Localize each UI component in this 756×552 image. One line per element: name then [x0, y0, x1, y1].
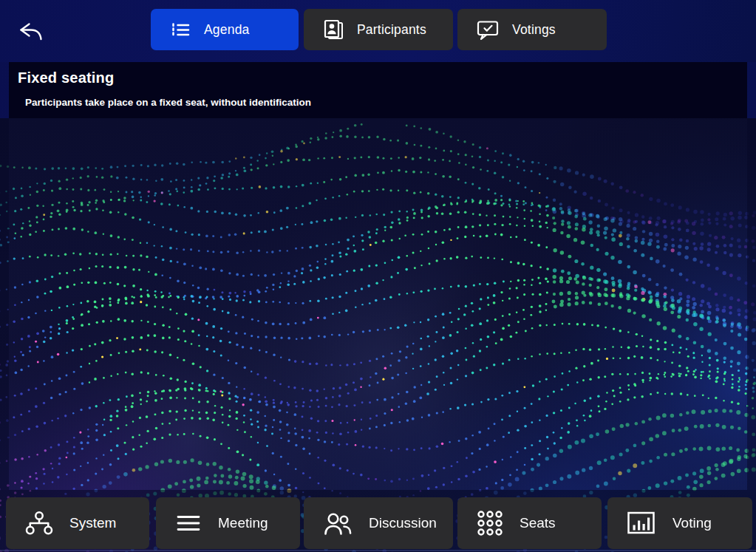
nav-discussion-label: Discussion: [369, 515, 437, 531]
tab-votings[interactable]: Votings: [457, 9, 607, 50]
nav-meeting-label: Meeting: [218, 515, 268, 531]
tab-votings-label: Votings: [512, 22, 556, 38]
voting-bar-chart-icon: [626, 510, 657, 536]
top-nav-bar: Agenda Participants Votin: [0, 0, 756, 62]
page-title: Fixed seating: [18, 69, 747, 86]
votings-bubble-check-icon: [475, 18, 500, 41]
agenda-list-icon: [168, 18, 192, 41]
tab-participants-label: Participants: [357, 22, 426, 38]
participants-badge-icon: [321, 18, 345, 41]
seats-grid-icon: [476, 509, 504, 537]
nav-voting-button[interactable]: Voting: [607, 497, 752, 549]
nav-meeting-button[interactable]: Meeting: [156, 497, 300, 549]
nav-system-label: System: [69, 515, 116, 531]
nav-voting-label: Voting: [672, 515, 712, 531]
page-subtitle: Participants take place on a fixed seat,…: [25, 97, 747, 108]
back-reply-arrow-icon: [17, 19, 44, 43]
tab-participants[interactable]: Participants: [304, 9, 453, 50]
tab-agenda[interactable]: Agenda: [151, 9, 299, 50]
nav-system-button[interactable]: System: [6, 497, 149, 549]
nav-seats-label: Seats: [520, 515, 556, 531]
system-hierarchy-icon: [24, 509, 54, 537]
meeting-lines-icon: [174, 511, 202, 536]
content-header-panel: Fixed seating Participants take place on…: [9, 62, 747, 118]
meeting-app-screen: Agenda Participants Votin: [0, 0, 756, 552]
wave-particles-background-image: [0, 118, 756, 552]
nav-discussion-button[interactable]: Discussion: [304, 497, 453, 549]
discussion-people-icon: [322, 509, 353, 537]
nav-seats-button[interactable]: Seats: [457, 497, 602, 549]
back-button[interactable]: [15, 16, 46, 47]
tab-agenda-label: Agenda: [204, 22, 250, 38]
